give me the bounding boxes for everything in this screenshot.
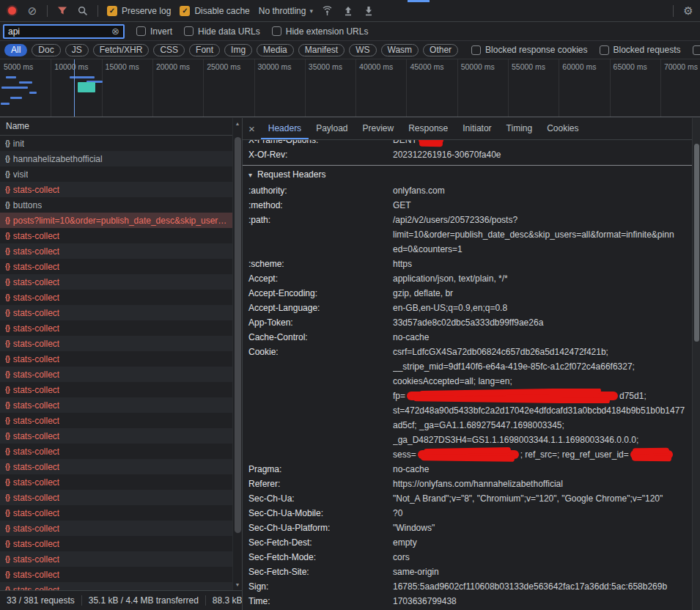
header-row: Sec-Ch-Ua:"Not_A Brand";v="8", "Chromium… bbox=[243, 491, 692, 506]
request-row[interactable]: {}stats-collect bbox=[0, 428, 232, 444]
request-name: stats-collect bbox=[13, 508, 59, 518]
request-row[interactable]: {}stats-collect bbox=[0, 567, 232, 582]
json-braces-icon: {} bbox=[5, 540, 10, 548]
scrollbar-thumb[interactable] bbox=[235, 137, 241, 533]
request-row[interactable]: {}stats-collect bbox=[0, 397, 232, 413]
request-headers-section[interactable]: ▾Request Headers bbox=[243, 165, 692, 183]
name-column-header[interactable]: Name bbox=[0, 118, 232, 136]
filter-chip-manifest[interactable]: Manifest bbox=[298, 44, 345, 56]
requests-scrollbar[interactable]: ▲ ▼ bbox=[232, 118, 242, 590]
tab-preview[interactable]: Preview bbox=[355, 118, 402, 139]
tab-response[interactable]: Response bbox=[401, 118, 455, 139]
header-row: Sec-Fetch-Mode:cors bbox=[243, 550, 692, 565]
filter-checkbox-3rd-party-requests[interactable]: 3rd-party requests bbox=[693, 45, 700, 55]
hide-extension-urls-checkbox[interactable]: Hide extension URLs bbox=[272, 26, 369, 37]
request-row[interactable]: {}stats-collect bbox=[0, 336, 232, 351]
request-row[interactable]: {}stats-collect bbox=[0, 182, 232, 197]
settings-gear-icon[interactable]: ⚙ bbox=[682, 4, 694, 18]
disable-cache-checkbox[interactable]: ✓ Disable cache bbox=[180, 6, 249, 16]
request-row[interactable]: {}stats-collect bbox=[0, 274, 232, 290]
preserve-log-checkbox[interactable]: ✓ Preserve log bbox=[107, 6, 171, 16]
filter-chip-js[interactable]: JS bbox=[65, 44, 89, 56]
filter-chip-all[interactable]: All bbox=[4, 44, 27, 56]
header-row: Referer:https://onlyfans.com/hannaheliza… bbox=[243, 477, 692, 491]
filter-input[interactable] bbox=[8, 26, 111, 37]
active-panel-indicator bbox=[408, 0, 430, 2]
tab-headers[interactable]: Headers bbox=[261, 118, 309, 139]
header-value-line: "Windows" bbox=[393, 521, 692, 535]
request-row[interactable]: {}visit bbox=[0, 166, 232, 182]
invert-checkbox[interactable]: Invert bbox=[136, 26, 172, 37]
clear-filter-icon[interactable]: ⊗ bbox=[111, 26, 119, 36]
tab-timing[interactable]: Timing bbox=[499, 118, 540, 139]
request-row[interactable]: {}stats-collect bbox=[0, 259, 232, 274]
throttling-select[interactable]: No throttling ▾ bbox=[259, 6, 313, 16]
request-row[interactable]: {}hannahelizabethofficial bbox=[0, 151, 232, 166]
scroll-up-icon[interactable]: ▲ bbox=[233, 121, 242, 126]
json-braces-icon: {} bbox=[5, 262, 10, 271]
scrollbar-thumb[interactable] bbox=[694, 144, 699, 342]
request-row[interactable]: {}stats-collect bbox=[0, 228, 232, 243]
request-name: hannahelizabethofficial bbox=[13, 154, 103, 164]
record-button[interactable] bbox=[6, 4, 18, 18]
request-name: init bbox=[13, 139, 24, 149]
request-row[interactable]: {}posts?limit=10&order=publish_date_desc… bbox=[0, 213, 232, 228]
request-row[interactable]: {}stats-collect bbox=[0, 474, 232, 490]
filter-chip-font[interactable]: Font bbox=[189, 44, 220, 56]
request-row[interactable]: {}stats-collect bbox=[0, 490, 232, 505]
network-overview-timeline[interactable]: 5000 ms10000 ms15000 ms20000 ms25000 ms3… bbox=[0, 59, 700, 117]
request-row[interactable]: {}stats-collect bbox=[0, 551, 232, 567]
filter-checkbox-blocked-requests[interactable]: Blocked requests bbox=[600, 45, 681, 55]
tab-payload[interactable]: Payload bbox=[309, 118, 355, 139]
scroll-down-icon[interactable]: ▼ bbox=[233, 582, 242, 587]
request-row[interactable]: {}stats-collect bbox=[0, 320, 232, 336]
filter-checkbox-blocked-response-cookies[interactable]: Blocked response cookies bbox=[471, 45, 587, 55]
filter-chip-doc[interactable]: Doc bbox=[32, 44, 60, 56]
tab-initiator[interactable]: Initiator bbox=[455, 118, 498, 139]
request-row[interactable]: {}stats-collect bbox=[0, 367, 232, 382]
request-row[interactable]: {}stats-collect bbox=[0, 536, 232, 551]
filter-chip-css[interactable]: CSS bbox=[153, 44, 185, 56]
devtools-network-panel: ⊘ ✓ Preserve log ✓ Disable cache No thro… bbox=[0, 0, 700, 610]
close-details-icon[interactable]: × bbox=[248, 122, 255, 135]
filter-chip-other[interactable]: Other bbox=[423, 44, 458, 56]
request-row[interactable]: {}stats-collect bbox=[0, 521, 232, 536]
filter-chip-fetch-xhr[interactable]: Fetch/XHR bbox=[93, 44, 150, 56]
upload-arrow-icon bbox=[344, 6, 353, 16]
tab-cookies[interactable]: Cookies bbox=[539, 118, 586, 139]
request-row[interactable]: {}stats-collect bbox=[0, 413, 232, 428]
clear-requests-button[interactable]: ⊘ bbox=[26, 4, 38, 18]
header-value: application/json, text/plain, */* bbox=[393, 271, 692, 286]
filter-chip-ws[interactable]: WS bbox=[349, 44, 376, 56]
filter-toggle-button[interactable] bbox=[56, 4, 68, 18]
export-har-button[interactable] bbox=[363, 4, 375, 18]
filter-chip-media[interactable]: Media bbox=[257, 44, 294, 56]
request-row[interactable]: {}buttons bbox=[0, 197, 232, 213]
request-row[interactable]: {}stats-collect bbox=[0, 382, 232, 397]
request-row[interactable]: {}stats-collect bbox=[0, 243, 232, 259]
request-row[interactable]: {}init bbox=[0, 136, 232, 151]
filter-chip-img[interactable]: Img bbox=[224, 44, 252, 56]
network-conditions-button[interactable] bbox=[322, 4, 334, 18]
search-button[interactable] bbox=[77, 4, 89, 18]
header-value: gzip, deflate, br bbox=[393, 286, 692, 301]
import-har-button[interactable] bbox=[342, 4, 354, 18]
request-row[interactable]: {}stats-collect bbox=[0, 305, 232, 320]
json-braces-icon: {} bbox=[5, 555, 10, 563]
request-row[interactable]: {}stats-collect bbox=[0, 582, 232, 590]
request-row[interactable]: {}stats-collect bbox=[0, 351, 232, 367]
header-row: :scheme:https bbox=[243, 257, 692, 271]
request-name: stats-collect bbox=[13, 246, 59, 257]
request-row[interactable]: {}stats-collect bbox=[0, 290, 232, 305]
header-value-line: cors bbox=[393, 550, 692, 565]
request-row[interactable]: {}stats-collect bbox=[0, 505, 232, 521]
timeline-gridline bbox=[51, 59, 51, 117]
json-braces-icon: {} bbox=[5, 293, 10, 301]
filter-chip-wasm[interactable]: Wasm bbox=[381, 44, 419, 56]
details-scrollbar[interactable] bbox=[692, 118, 700, 610]
header-value-line: _ga_D4827DS3H4=GS1.1.1698003344.1.1.1698… bbox=[393, 433, 692, 447]
request-row[interactable]: {}stats-collect bbox=[0, 444, 232, 459]
hide-data-urls-checkbox[interactable]: Hide data URLs bbox=[184, 26, 260, 37]
header-name: Sign: bbox=[248, 579, 393, 594]
request-row[interactable]: {}stats-collect bbox=[0, 459, 232, 474]
